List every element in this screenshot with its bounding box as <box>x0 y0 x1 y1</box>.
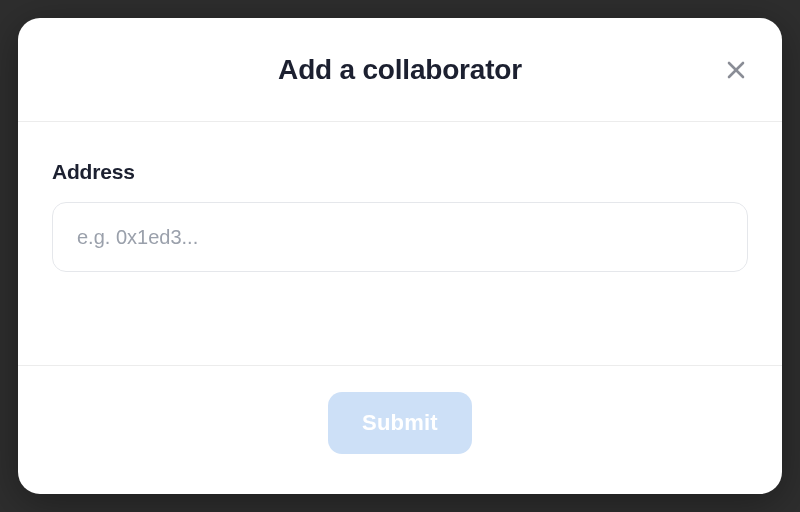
modal-body: Address <box>18 122 782 365</box>
close-button[interactable] <box>716 50 756 90</box>
modal-title: Add a collaborator <box>278 54 522 86</box>
add-collaborator-modal: Add a collaborator Address Submit <box>18 18 782 494</box>
address-label: Address <box>52 160 748 184</box>
modal-backdrop: Add a collaborator Address Submit <box>0 0 800 512</box>
modal-footer: Submit <box>18 365 782 494</box>
address-input[interactable] <box>52 202 748 272</box>
modal-header: Add a collaborator <box>18 18 782 122</box>
close-icon <box>724 58 748 82</box>
submit-button[interactable]: Submit <box>328 392 472 454</box>
